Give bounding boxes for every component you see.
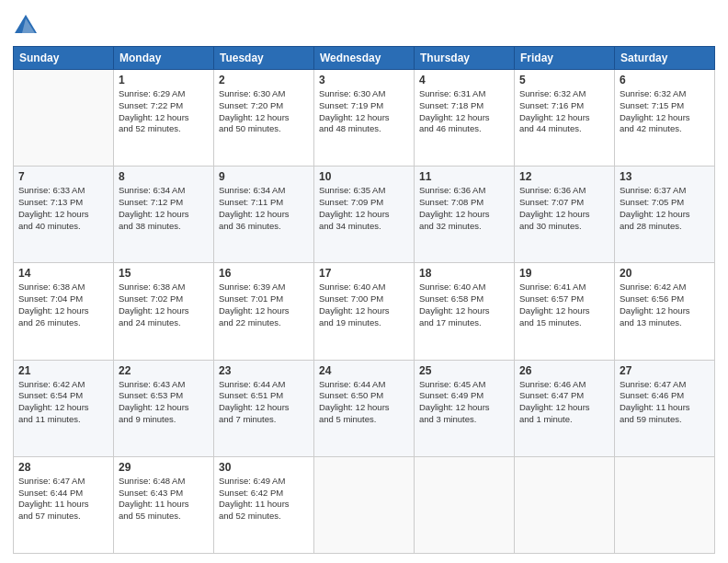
calendar-cell [415, 456, 515, 553]
day-number: 7 [18, 170, 108, 183]
weekday-header: Tuesday [214, 47, 314, 70]
day-info: Sunrise: 6:47 AMSunset: 6:46 PMDaylight:… [620, 379, 710, 426]
calendar-cell [615, 456, 715, 553]
calendar-cell: 22Sunrise: 6:43 AMSunset: 6:53 PMDayligh… [114, 360, 214, 456]
weekday-header: Wednesday [314, 47, 415, 70]
logo [13, 13, 42, 39]
day-number: 8 [119, 170, 209, 183]
calendar-week-row: 14Sunrise: 6:38 AMSunset: 7:04 PMDayligh… [14, 263, 715, 360]
calendar-cell: 21Sunrise: 6:42 AMSunset: 6:54 PMDayligh… [14, 360, 114, 456]
day-number: 9 [219, 170, 309, 183]
calendar-cell: 15Sunrise: 6:38 AMSunset: 7:02 PMDayligh… [114, 263, 214, 360]
day-number: 17 [319, 267, 409, 280]
day-number: 15 [119, 267, 209, 280]
day-number: 27 [620, 364, 710, 377]
calendar-week-row: 28Sunrise: 6:47 AMSunset: 6:44 PMDayligh… [14, 456, 715, 553]
day-number: 2 [219, 74, 309, 86]
weekday-header: Saturday [615, 47, 715, 70]
day-info: Sunrise: 6:31 AMSunset: 7:18 PMDaylight:… [419, 88, 509, 135]
day-number: 16 [219, 267, 309, 280]
weekday-header: Friday [515, 47, 615, 70]
calendar-cell: 19Sunrise: 6:41 AMSunset: 6:57 PMDayligh… [515, 263, 615, 360]
day-info: Sunrise: 6:44 AMSunset: 6:50 PMDaylight:… [319, 379, 409, 426]
day-info: Sunrise: 6:35 AMSunset: 7:09 PMDaylight:… [319, 185, 409, 232]
day-number: 30 [219, 461, 309, 474]
weekday-header: Thursday [415, 47, 515, 70]
calendar-cell: 8Sunrise: 6:34 AMSunset: 7:12 PMDaylight… [114, 167, 214, 263]
day-info: Sunrise: 6:43 AMSunset: 6:53 PMDaylight:… [119, 379, 209, 426]
day-info: Sunrise: 6:39 AMSunset: 7:01 PMDaylight:… [219, 282, 309, 328]
calendar-cell: 25Sunrise: 6:45 AMSunset: 6:49 PMDayligh… [415, 360, 515, 456]
day-info: Sunrise: 6:36 AMSunset: 7:08 PMDaylight:… [419, 185, 509, 232]
day-number: 14 [18, 267, 108, 280]
day-number: 22 [119, 364, 209, 377]
day-info: Sunrise: 6:44 AMSunset: 6:51 PMDaylight:… [219, 379, 309, 426]
day-info: Sunrise: 6:36 AMSunset: 7:07 PMDaylight:… [519, 185, 609, 232]
day-info: Sunrise: 6:42 AMSunset: 6:54 PMDaylight:… [18, 379, 108, 426]
day-info: Sunrise: 6:40 AMSunset: 6:58 PMDaylight:… [419, 282, 509, 328]
calendar-cell: 5Sunrise: 6:32 AMSunset: 7:16 PMDaylight… [515, 70, 615, 167]
day-info: Sunrise: 6:33 AMSunset: 7:13 PMDaylight:… [18, 185, 108, 232]
calendar-cell: 1Sunrise: 6:29 AMSunset: 7:22 PMDaylight… [114, 70, 214, 167]
day-info: Sunrise: 6:34 AMSunset: 7:12 PMDaylight:… [119, 185, 209, 232]
day-info: Sunrise: 6:40 AMSunset: 7:00 PMDaylight:… [319, 282, 409, 328]
calendar-cell: 26Sunrise: 6:46 AMSunset: 6:47 PMDayligh… [515, 360, 615, 456]
calendar-cell: 16Sunrise: 6:39 AMSunset: 7:01 PMDayligh… [214, 263, 314, 360]
day-info: Sunrise: 6:45 AMSunset: 6:49 PMDaylight:… [419, 379, 509, 426]
day-number: 5 [519, 74, 609, 86]
day-number: 26 [519, 364, 609, 377]
day-number: 23 [219, 364, 309, 377]
day-info: Sunrise: 6:41 AMSunset: 6:57 PMDaylight:… [519, 282, 609, 328]
calendar-cell: 20Sunrise: 6:42 AMSunset: 6:56 PMDayligh… [615, 263, 715, 360]
logo-icon [13, 13, 39, 39]
day-number: 10 [319, 170, 409, 183]
calendar-cell: 2Sunrise: 6:30 AMSunset: 7:20 PMDaylight… [214, 70, 314, 167]
day-info: Sunrise: 6:34 AMSunset: 7:11 PMDaylight:… [219, 185, 309, 232]
calendar-table: SundayMondayTuesdayWednesdayThursdayFrid… [13, 46, 715, 554]
day-number: 11 [419, 170, 509, 183]
day-number: 13 [620, 170, 710, 183]
day-info: Sunrise: 6:32 AMSunset: 7:15 PMDaylight:… [620, 88, 710, 135]
day-info: Sunrise: 6:38 AMSunset: 7:02 PMDaylight:… [119, 282, 209, 328]
day-info: Sunrise: 6:46 AMSunset: 6:47 PMDaylight:… [519, 379, 609, 426]
day-number: 20 [620, 267, 710, 280]
day-number: 24 [319, 364, 409, 377]
calendar-header-row: SundayMondayTuesdayWednesdayThursdayFrid… [14, 47, 715, 70]
day-number: 18 [419, 267, 509, 280]
day-info: Sunrise: 6:48 AMSunset: 6:43 PMDaylight:… [119, 476, 209, 523]
calendar-cell: 13Sunrise: 6:37 AMSunset: 7:05 PMDayligh… [615, 167, 715, 263]
day-info: Sunrise: 6:32 AMSunset: 7:16 PMDaylight:… [519, 88, 609, 135]
day-number: 29 [119, 461, 209, 474]
calendar-cell: 10Sunrise: 6:35 AMSunset: 7:09 PMDayligh… [314, 167, 415, 263]
weekday-header: Sunday [14, 47, 114, 70]
calendar-cell [515, 456, 615, 553]
day-info: Sunrise: 6:37 AMSunset: 7:05 PMDaylight:… [620, 185, 710, 232]
calendar-cell: 14Sunrise: 6:38 AMSunset: 7:04 PMDayligh… [14, 263, 114, 360]
calendar-cell: 3Sunrise: 6:30 AMSunset: 7:19 PMDaylight… [314, 70, 415, 167]
weekday-header: Monday [114, 47, 214, 70]
day-info: Sunrise: 6:42 AMSunset: 6:56 PMDaylight:… [620, 282, 710, 328]
calendar-cell: 6Sunrise: 6:32 AMSunset: 7:15 PMDaylight… [615, 70, 715, 167]
calendar-cell [314, 456, 415, 553]
day-number: 1 [119, 74, 209, 86]
day-number: 6 [620, 74, 710, 86]
calendar-week-row: 7Sunrise: 6:33 AMSunset: 7:13 PMDaylight… [14, 167, 715, 263]
day-number: 25 [419, 364, 509, 377]
day-info: Sunrise: 6:29 AMSunset: 7:22 PMDaylight:… [119, 88, 209, 135]
calendar-cell: 27Sunrise: 6:47 AMSunset: 6:46 PMDayligh… [615, 360, 715, 456]
day-info: Sunrise: 6:47 AMSunset: 6:44 PMDaylight:… [18, 476, 108, 523]
calendar-cell: 18Sunrise: 6:40 AMSunset: 6:58 PMDayligh… [415, 263, 515, 360]
calendar-cell: 17Sunrise: 6:40 AMSunset: 7:00 PMDayligh… [314, 263, 415, 360]
day-number: 4 [419, 74, 509, 86]
day-info: Sunrise: 6:38 AMSunset: 7:04 PMDaylight:… [18, 282, 108, 328]
header [13, 9, 715, 39]
calendar-cell: 7Sunrise: 6:33 AMSunset: 7:13 PMDaylight… [14, 167, 114, 263]
day-info: Sunrise: 6:30 AMSunset: 7:20 PMDaylight:… [219, 88, 309, 135]
calendar-cell: 9Sunrise: 6:34 AMSunset: 7:11 PMDaylight… [214, 167, 314, 263]
calendar-cell: 30Sunrise: 6:49 AMSunset: 6:42 PMDayligh… [214, 456, 314, 553]
day-number: 21 [18, 364, 108, 377]
day-number: 28 [18, 461, 108, 474]
calendar-cell: 29Sunrise: 6:48 AMSunset: 6:43 PMDayligh… [114, 456, 214, 553]
day-info: Sunrise: 6:49 AMSunset: 6:42 PMDaylight:… [219, 476, 309, 523]
calendar-cell: 24Sunrise: 6:44 AMSunset: 6:50 PMDayligh… [314, 360, 415, 456]
